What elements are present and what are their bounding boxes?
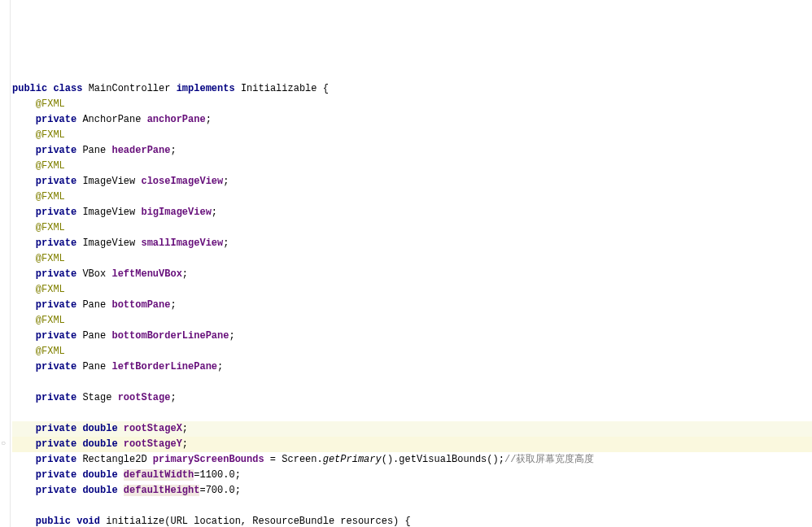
code-line: private Pane bottomBorderLinePane; bbox=[12, 329, 812, 344]
code-line: private double defaultHeight=700.0; bbox=[12, 483, 812, 499]
code-line: private AnchorPane anchorPane; bbox=[12, 112, 812, 128]
code-line bbox=[12, 406, 812, 421]
code-line bbox=[12, 375, 812, 390]
override-gutter-icon[interactable]: ○ bbox=[1, 436, 6, 451]
editor-gutter: ○ bbox=[0, 0, 11, 527]
code-line: @FXML bbox=[12, 189, 812, 205]
code-line: private ImageView closeImageView; bbox=[12, 174, 812, 189]
code-line: private Rectangle2D primaryScreenBounds … bbox=[12, 452, 812, 468]
code-line: private double rootStageX; bbox=[12, 421, 812, 437]
code-line: private Pane headerPane; bbox=[12, 143, 812, 159]
code-line: private Pane bottomPane; bbox=[12, 298, 812, 313]
code-line: private ImageView bigImageView; bbox=[12, 205, 812, 220]
code-line: private double rootStageY; bbox=[12, 437, 812, 452]
code-line: @FXML bbox=[12, 97, 812, 112]
code-line: @FXML bbox=[12, 282, 812, 298]
code-line: private Stage rootStage; bbox=[12, 390, 812, 406]
code-line: private Pane leftBorderLinePane; bbox=[12, 359, 812, 375]
code-line bbox=[12, 499, 812, 514]
code-line: @FXML bbox=[12, 344, 812, 359]
code-line: private double defaultWidth=1100.0; bbox=[12, 468, 812, 483]
code-line: @FXML bbox=[12, 128, 812, 143]
code-line: private VBox leftMenuVBox; bbox=[12, 267, 812, 282]
code-line: private ImageView smallImageView; bbox=[12, 236, 812, 251]
code-line: @FXML bbox=[12, 313, 812, 329]
code-line: @FXML bbox=[12, 251, 812, 267]
code-line: public void initialize(URL location, Res… bbox=[12, 514, 812, 527]
code-line: @FXML bbox=[12, 159, 812, 174]
code-line: public class MainController implements I… bbox=[12, 81, 812, 97]
code-line: @FXML bbox=[12, 220, 812, 236]
code-editor[interactable]: public class MainController implements I… bbox=[12, 81, 812, 527]
